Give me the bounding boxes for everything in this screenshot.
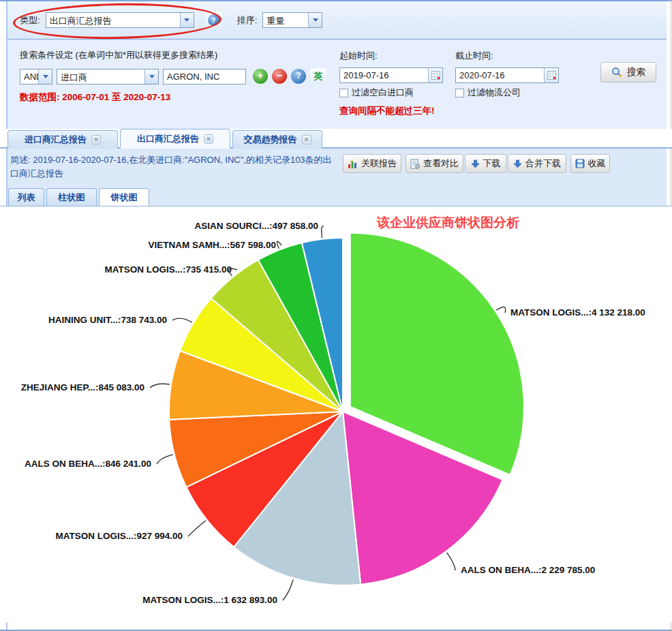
end-date-field[interactable]: 2020-07-16	[455, 67, 559, 83]
view-compare-button[interactable]: 查看对比	[406, 154, 463, 173]
end-date-label: 截止时间:	[455, 50, 493, 61]
search-button-label: 搜索	[627, 66, 645, 78]
sort-label: 排序:	[237, 14, 258, 27]
toolbar: 类型: 出口商汇总报告 ? 排序: 重量	[7, 1, 667, 40]
pie-label-leader-line	[283, 579, 293, 600]
sort-value: 重量	[263, 13, 308, 27]
tab-label: 列表	[18, 191, 35, 204]
button-label: 关联报告	[361, 157, 397, 170]
pie-label-leader-line	[188, 521, 206, 536]
help-icon[interactable]: ?	[291, 69, 306, 84]
search-button[interactable]: 搜索	[600, 62, 656, 82]
pie-slice-label: HAINING UNIT...:738 743.00	[48, 315, 167, 325]
report-type-select[interactable]: 出口商汇总报告	[46, 12, 194, 28]
tab-label: 饼状图	[111, 191, 138, 204]
save-disk-icon	[575, 159, 585, 168]
pie-slice-label: MATSON LOGIS...:1 632 893.00	[142, 595, 277, 605]
pie-label-leader-line	[446, 553, 455, 570]
pie-label-leader-line	[496, 307, 505, 313]
help-button[interactable]: ?	[205, 12, 222, 29]
add-condition-button[interactable]: +	[253, 69, 268, 84]
search-panel: 搜索条件设定 (在单词中加*用以获得更多搜索结果) AND 进口商 + − ? …	[7, 40, 667, 129]
search-icon	[611, 67, 622, 78]
pie-label-leader-line	[150, 384, 170, 388]
pie-label-leader-line	[157, 455, 173, 464]
calendar-icon[interactable]	[428, 68, 442, 82]
calendar-icon[interactable]	[544, 68, 558, 82]
button-label: 合并下载	[525, 157, 561, 170]
tab-label: 进口商汇总报告	[25, 134, 87, 146]
start-date-label: 起始时间:	[339, 50, 378, 61]
start-date-field[interactable]: 2019-07-16	[339, 67, 443, 83]
chevron-down-icon[interactable]	[180, 13, 194, 27]
button-label: 查看对比	[423, 157, 459, 170]
summary-text: 简述: 2019-07-16-2020-07-16,在北美进口商:"AGRON,…	[10, 153, 336, 181]
chart-title: 该企业供应商饼状图分析	[377, 214, 519, 232]
view-tab-list[interactable]: 列表	[8, 188, 44, 206]
help-icon: ?	[208, 14, 219, 26]
data-range-text: 数据范围: 2006-07-01 至 2020-07-13	[20, 91, 170, 104]
supplier-pie-chart: MATSON LOGIS...:4 132 218.00AALS ON BEHA…	[0, 206, 672, 622]
search-conditions-title: 搜索条件设定 (在单词中加*用以获得更多搜索结果)	[20, 49, 217, 61]
favorite-button[interactable]: 收藏	[570, 154, 610, 173]
pie-slice-label: MATSON LOGIS...:927 994.00	[55, 531, 183, 541]
search-field-value: 进口商	[57, 70, 144, 84]
pie-slice-label: ZHEJIANG HEP...:845 083.00	[21, 382, 144, 393]
tab-importer-summary-report[interactable]: 进口商汇总报告 ✕	[7, 130, 118, 149]
close-icon[interactable]: ✕	[91, 135, 101, 144]
chevron-down-icon[interactable]	[38, 70, 52, 84]
tab-label: 出口商汇总报告	[137, 133, 199, 145]
related-report-button[interactable]: 关联报告	[343, 154, 401, 173]
report-tab-bar: 进口商汇总报告 ✕ 出口商汇总报告 ✕ 交易趋势报告 ✕	[0, 129, 672, 149]
document-icon	[410, 159, 420, 169]
chevron-down-icon[interactable]	[144, 70, 158, 84]
trade-report-window: 类型: 出口商汇总报告 ? 排序: 重量 搜索条件设定 (在单词中加*用以获得更…	[0, 0, 672, 631]
sort-select[interactable]: 重量	[262, 12, 322, 28]
start-date-value: 2019-07-16	[340, 68, 428, 82]
summary-panel: 简述: 2019-07-16-2020-07-16,在北美进口商:"AGRON,…	[7, 149, 667, 206]
download-arrow-icon	[513, 159, 522, 168]
pie-slice-label: AALS ON BEHA...:846 241.00	[25, 459, 151, 469]
filter-logistics-label: 过滤物流公司	[468, 87, 521, 99]
boolean-operator-value: AND	[20, 70, 38, 84]
pie-slice-label: MATSON LOGIS...:4 132 218.00	[510, 307, 645, 318]
tab-label: 交易趋势报告	[244, 134, 297, 146]
close-icon[interactable]: ✕	[204, 134, 213, 144]
tab-exporter-summary-report[interactable]: 出口商汇总报告 ✕	[120, 129, 230, 149]
filter-blank-importer-label: 过滤空白进口商	[352, 87, 414, 99]
search-field-select[interactable]: 进口商	[57, 69, 159, 84]
button-label: 收藏	[588, 157, 606, 170]
pie-label-leader-line	[277, 241, 281, 249]
download-button[interactable]: 下载	[465, 154, 506, 173]
view-tab-bar-chart[interactable]: 柱状图	[46, 188, 97, 206]
view-tab-pie-chart[interactable]: 饼状图	[99, 188, 149, 206]
pie-slice-label: MATSON LOGIS...:735 415.00	[104, 264, 232, 275]
merge-download-button[interactable]: 合并下载	[508, 154, 566, 173]
pie-label-leader-line	[322, 226, 324, 238]
tab-label: 柱状图	[59, 191, 85, 204]
end-date-value: 2020-07-16	[456, 68, 544, 82]
pie-slice-label: ASIAN SOURCI...:497 858.00	[194, 221, 318, 231]
pie-chart-panel: MATSON LOGIS...:4 132 218.00AALS ON BEHA…	[0, 206, 672, 622]
download-arrow-icon	[471, 159, 480, 168]
filter-blank-importer-checkbox[interactable]	[339, 89, 348, 97]
filter-logistics-checkbox[interactable]	[455, 89, 464, 97]
pie-slice-label: VIETNAM SAMH...:567 598.00	[148, 240, 276, 250]
chevron-down-icon[interactable]	[308, 13, 322, 27]
report-type-value: 出口商汇总报告	[46, 13, 180, 27]
query-interval-warning: 查询间隔不能超过三年!	[339, 105, 435, 117]
tab-trade-trend-report[interactable]: 交易趋势报告 ✕	[232, 130, 322, 149]
close-icon[interactable]: ✕	[302, 135, 311, 144]
report-type-label: 类型:	[20, 14, 40, 27]
keyword-input[interactable]	[163, 69, 246, 84]
boolean-operator-select[interactable]: AND	[20, 69, 52, 84]
button-label: 下载	[483, 157, 501, 170]
pie-label-leader-line	[172, 318, 192, 322]
english-toggle-button[interactable]: 英	[310, 68, 326, 84]
pie-slice-label: AALS ON BEHA...:2 229 785.00	[461, 565, 595, 575]
bar-chart-icon	[348, 159, 358, 169]
remove-condition-button[interactable]: −	[272, 69, 287, 84]
